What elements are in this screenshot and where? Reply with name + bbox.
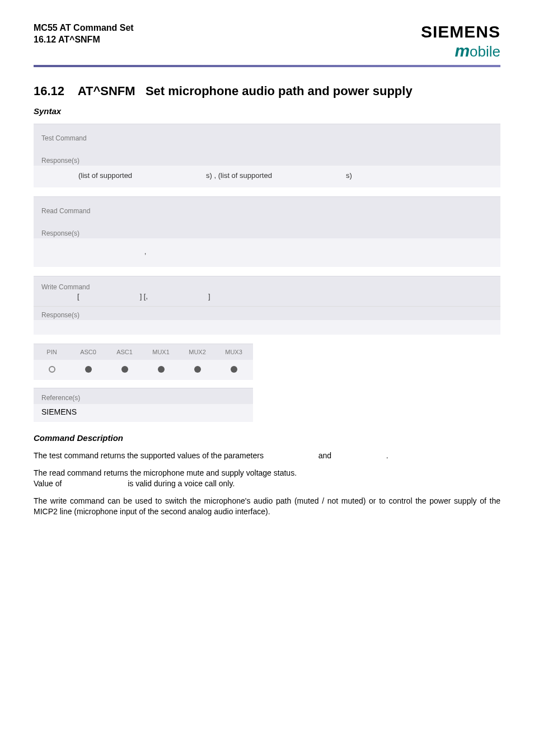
command-description-heading: Command Description xyxy=(34,433,500,443)
pin-h4: MUX2 xyxy=(179,349,216,355)
test-resp-seg1: (list of supported xyxy=(78,171,132,180)
desc-p2b-rest: is valid during a voice call only. xyxy=(128,479,235,488)
pin-h3: MUX1 xyxy=(143,349,179,355)
dot-filled-icon xyxy=(231,366,237,373)
desc-p1a: The test command returns the supported v… xyxy=(34,451,264,460)
section-cmd: AT^SNFM xyxy=(78,84,135,98)
dot-filled-icon xyxy=(158,366,165,373)
pin-table: PIN ASC0 ASC1 MUX1 MUX2 MUX3 xyxy=(34,344,253,380)
write-response-label: Response(s) xyxy=(34,306,500,320)
write-response-body xyxy=(34,320,500,335)
brand-rest: obile xyxy=(470,43,500,60)
header-left: MC55 AT Command Set 16.12 AT^SNFM xyxy=(34,22,134,46)
references-value: SIEMENS xyxy=(34,404,253,422)
test-response-body: (list of supported s) , (list of support… xyxy=(34,166,500,187)
references-box: Reference(s) SIEMENS xyxy=(34,388,253,422)
references-label: Reference(s) xyxy=(34,388,253,404)
syntax-heading: Syntax xyxy=(34,106,500,116)
dot-open-icon xyxy=(49,366,55,373)
section-title: 16.12 AT^SNFM Set microphone audio path … xyxy=(34,84,500,98)
section-rest: Set microphone audio path and power supp… xyxy=(146,84,413,98)
header-right: SIEMENS mobile xyxy=(421,22,500,60)
desc-p2: The read command returns the microphone … xyxy=(34,468,500,489)
write-command-params: [ ] [, ] xyxy=(34,292,500,306)
doc-title: MC55 AT Command Set xyxy=(34,22,134,34)
dot-filled-icon xyxy=(194,366,201,373)
write-open: [ xyxy=(77,292,79,300)
header-divider xyxy=(34,65,500,67)
pin-table-row xyxy=(34,360,253,380)
write-close: ] xyxy=(208,292,210,300)
pin-h1: ASC0 xyxy=(70,349,106,355)
desc-p1b: and xyxy=(318,451,331,460)
pin-h5: MUX3 xyxy=(216,349,252,355)
doc-subtitle: 16.12 AT^SNFM xyxy=(34,34,134,46)
test-command-label: Test Command xyxy=(34,124,500,152)
write-mid: ] [, xyxy=(140,292,148,300)
brand-subtitle: mobile xyxy=(421,41,500,60)
test-resp-seg3: s) xyxy=(346,171,352,180)
write-command-box: Write Command [ ] [, ] Response(s) xyxy=(34,276,500,335)
test-resp-seg2: s) , (list of supported xyxy=(206,171,272,180)
read-response-body: , xyxy=(34,238,500,267)
section-number: 16.12 xyxy=(34,84,64,98)
dot-filled-icon xyxy=(85,366,92,373)
desc-p2b-label: Value of xyxy=(34,479,62,488)
dot-filled-icon xyxy=(121,366,128,373)
desc-p2a: The read command returns the microphone … xyxy=(34,468,500,478)
page-header: MC55 AT Command Set 16.12 AT^SNFM SIEMEN… xyxy=(34,22,500,60)
read-command-label: Read Command xyxy=(34,197,500,225)
pin-h2: ASC1 xyxy=(106,349,143,355)
pin-table-header: PIN ASC0 ASC1 MUX1 MUX2 MUX3 xyxy=(34,344,253,360)
read-resp-comma: , xyxy=(144,247,147,256)
brand-m: m xyxy=(455,41,470,60)
test-response-label: Response(s) xyxy=(34,152,500,166)
read-command-box: Read Command Response(s) , xyxy=(34,196,500,267)
read-response-label: Response(s) xyxy=(34,225,500,238)
desc-p1c: . xyxy=(386,451,388,460)
write-command-label: Write Command xyxy=(34,276,500,292)
desc-p3: The write command can be used to switch … xyxy=(34,496,500,517)
test-command-box: Test Command Response(s) (list of suppor… xyxy=(34,124,500,187)
pin-h0: PIN xyxy=(34,349,70,355)
brand-logo: SIEMENS xyxy=(421,22,500,41)
desc-p1: The test command returns the supported v… xyxy=(34,450,500,461)
